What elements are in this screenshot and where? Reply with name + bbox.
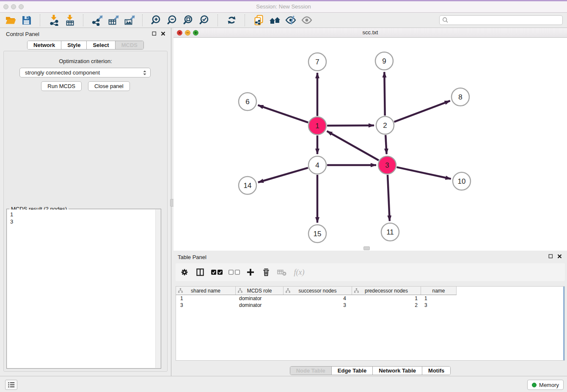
table-cell[interactable]: 4 — [284, 295, 352, 301]
window-zoom-button[interactable] — [19, 4, 24, 9]
memory-button[interactable]: Memory — [527, 380, 564, 390]
tab-select[interactable]: Select — [86, 41, 115, 49]
graph-node-label: 15 — [314, 230, 322, 238]
tab-network-table[interactable]: Network Table — [372, 367, 422, 375]
task-history-button[interactable] — [5, 380, 17, 390]
refresh-icon[interactable] — [223, 14, 239, 27]
show-hidden-icon[interactable] — [299, 14, 315, 27]
search-input[interactable] — [450, 16, 562, 25]
create-column-icon[interactable] — [245, 267, 256, 278]
tab-mcds[interactable]: MCDS — [115, 41, 143, 49]
result-scrollbar[interactable] — [155, 210, 160, 368]
graph-node-label: 9 — [382, 57, 386, 65]
table-body: 1dominator4113dominator323 — [176, 295, 564, 309]
graph-edge-2-8[interactable] — [394, 101, 450, 122]
graph-edge-3-11[interactable] — [388, 175, 390, 221]
graph-node-label: 10 — [458, 177, 466, 185]
mcds-result-text[interactable]: 1 3 — [7, 210, 156, 368]
graph-node-label: 4 — [315, 161, 319, 169]
table-settings-icon[interactable] — [179, 267, 190, 278]
tab-network[interactable]: Network — [28, 41, 61, 49]
zoom-selected-icon[interactable] — [196, 14, 212, 27]
float-panel-icon[interactable] — [152, 31, 157, 36]
toolbar-separator — [245, 14, 245, 26]
graph-node-label: 11 — [386, 228, 394, 236]
horizontal-splitter-grip[interactable] — [363, 246, 370, 250]
graph-node-label: 8 — [458, 93, 462, 101]
graph-edge-4-14[interactable] — [258, 168, 308, 182]
window-title: Session: New Session — [0, 1, 567, 12]
control-panel-tabbar: Network Style Select MCDS — [27, 41, 144, 50]
duplicate-network-icon[interactable] — [250, 14, 267, 27]
show-all-icon[interactable] — [267, 14, 283, 27]
tab-style[interactable]: Style — [61, 41, 86, 49]
graph-edge-1-6[interactable] — [258, 105, 308, 122]
zoom-fit-icon[interactable] — [180, 14, 196, 27]
close-panel-button[interactable]: Close panel — [88, 81, 130, 91]
network-zoom-icon[interactable] — [193, 30, 198, 36]
window-titlebar: Session: New Session — [0, 0, 567, 13]
application-window: Session: New Session — [0, 0, 567, 392]
network-titlebar[interactable]: scc.txt — [173, 28, 567, 38]
graph-edge-3-10[interactable] — [396, 167, 451, 179]
table-cell[interactable]: 1 — [421, 295, 457, 301]
column-header-name[interactable]: name — [421, 287, 457, 295]
memory-status-icon — [532, 383, 537, 387]
table-cell[interactable]: 1 — [352, 295, 421, 301]
delete-column-icon[interactable] — [261, 267, 272, 278]
window-minimize-button[interactable] — [11, 4, 16, 9]
table-row[interactable]: 3dominator323 — [176, 302, 564, 309]
table-cell[interactable]: 1 — [176, 295, 236, 301]
export-table-icon[interactable] — [105, 14, 121, 27]
mcds-result-box: MCDS result (2 nodes) 1 3 — [6, 209, 161, 369]
table-cell[interactable]: dominator — [236, 302, 284, 308]
criterion-value: strongly connected component — [25, 69, 142, 76]
graph-edge-2-3[interactable] — [385, 135, 386, 154]
table-cell[interactable]: 3 — [284, 302, 352, 308]
column-header-mcds-role[interactable]: MCDS role — [236, 287, 284, 295]
optimization-criterion-label: Optimization criterion: — [4, 58, 167, 64]
deselect-all-columns-icon[interactable] — [228, 267, 240, 278]
hide-selected-icon[interactable] — [283, 14, 299, 27]
open-file-icon[interactable] — [3, 14, 19, 27]
window-close-button[interactable] — [3, 4, 8, 9]
table-tabbar: Node Table Edge Table Network Table Moti… — [290, 366, 451, 375]
graph-node-label: 1 — [315, 122, 319, 130]
save-session-icon[interactable] — [19, 14, 35, 27]
graph-edge-3-1[interactable] — [327, 131, 379, 160]
table-cell[interactable]: 3 — [176, 302, 236, 308]
column-header-predecessor-nodes[interactable]: predecessor nodes — [352, 287, 421, 295]
network-canvas[interactable]: 1234678910111415 — [173, 38, 567, 251]
graph-edge-1-2[interactable] — [327, 125, 374, 126]
tab-motifs[interactable]: Motifs — [422, 367, 450, 375]
table-scrollbar[interactable] — [563, 287, 564, 360]
export-image-icon[interactable] — [121, 14, 137, 27]
import-table-icon[interactable] — [62, 14, 78, 27]
network-minimize-icon[interactable] — [185, 30, 190, 36]
toolbar-separator — [217, 14, 218, 26]
column-header-shared-name[interactable]: shared name — [176, 287, 236, 295]
table-cell[interactable]: 2 — [352, 302, 421, 308]
column-layout-icon[interactable] — [195, 267, 206, 278]
table-panel-title: Table Panel — [178, 254, 206, 260]
table-row[interactable]: 1dominator411 — [176, 295, 564, 302]
table-cell[interactable]: dominator — [236, 295, 284, 301]
tab-edge-table[interactable]: Edge Table — [331, 367, 372, 375]
column-header-successor-nodes[interactable]: successor nodes — [284, 287, 352, 295]
graph-edge-2-9[interactable] — [384, 72, 385, 116]
criterion-dropdown[interactable]: strongly connected component — [19, 68, 151, 77]
float-table-panel-icon[interactable] — [548, 254, 553, 259]
close-panel-icon[interactable] — [161, 31, 165, 36]
control-panel-title: Control Panel — [6, 31, 39, 37]
select-all-columns-icon[interactable] — [210, 267, 223, 278]
export-network-icon[interactable] — [89, 14, 105, 27]
zoom-in-icon[interactable] — [148, 14, 164, 27]
import-network-icon[interactable] — [46, 14, 62, 27]
tab-node-table[interactable]: Node Table — [290, 367, 331, 375]
table-cell[interactable]: 3 — [421, 302, 457, 308]
zoom-out-icon[interactable] — [164, 14, 180, 27]
network-close-icon[interactable] — [177, 30, 182, 36]
memory-label: Memory — [539, 382, 559, 388]
close-table-panel-icon[interactable] — [557, 254, 562, 259]
run-mcds-button[interactable]: Run MCDS — [41, 81, 82, 91]
